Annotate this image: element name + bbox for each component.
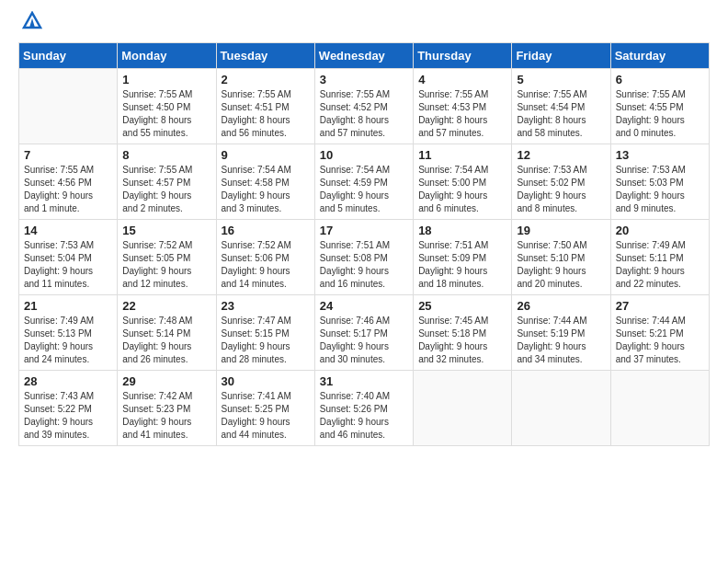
col-header-sunday: Sunday [19, 42, 118, 68]
page: SundayMondayTuesdayWednesdayThursdayFrid… [0, 0, 728, 455]
day-number: 1 [122, 73, 210, 86]
logo [18, 15, 42, 33]
day-cell: 3Sunrise: 7:55 AM Sunset: 4:52 PM Daylig… [314, 68, 413, 144]
day-cell: 25Sunrise: 7:45 AM Sunset: 5:18 PM Dayli… [414, 294, 512, 370]
logo-icon [22, 11, 42, 33]
day-number: 7 [24, 148, 112, 162]
day-number: 25 [418, 299, 506, 313]
day-info: Sunrise: 7:46 AM Sunset: 5:17 PM Dayligh… [320, 315, 408, 366]
day-info: Sunrise: 7:49 AM Sunset: 5:11 PM Dayligh… [616, 239, 704, 291]
day-info: Sunrise: 7:55 AM Sunset: 4:54 PM Dayligh… [517, 88, 605, 140]
day-number: 21 [24, 299, 112, 313]
day-cell: 4Sunrise: 7:55 AM Sunset: 4:53 PM Daylig… [414, 68, 512, 144]
day-cell: 30Sunrise: 7:41 AM Sunset: 5:25 PM Dayli… [216, 370, 314, 445]
day-number: 29 [122, 374, 210, 388]
day-cell: 26Sunrise: 7:44 AM Sunset: 5:19 PM Dayli… [512, 294, 610, 370]
svg-marker-1 [29, 18, 35, 28]
day-cell [610, 370, 709, 445]
col-header-thursday: Thursday [414, 42, 512, 68]
day-number: 28 [24, 374, 112, 388]
day-number: 16 [222, 224, 310, 237]
day-cell [19, 68, 118, 144]
day-info: Sunrise: 7:45 AM Sunset: 5:18 PM Dayligh… [418, 315, 506, 366]
day-info: Sunrise: 7:41 AM Sunset: 5:25 PM Dayligh… [222, 390, 310, 442]
day-info: Sunrise: 7:53 AM Sunset: 5:04 PM Dayligh… [24, 239, 112, 291]
day-number: 26 [517, 299, 605, 313]
col-header-saturday: Saturday [610, 42, 709, 68]
week-row-4: 21Sunrise: 7:49 AM Sunset: 5:13 PM Dayli… [19, 294, 710, 370]
day-info: Sunrise: 7:54 AM Sunset: 4:58 PM Dayligh… [222, 164, 310, 215]
day-number: 5 [517, 73, 605, 86]
day-info: Sunrise: 7:51 AM Sunset: 5:09 PM Dayligh… [418, 239, 506, 291]
day-cell: 1Sunrise: 7:55 AM Sunset: 4:50 PM Daylig… [118, 68, 216, 144]
day-info: Sunrise: 7:55 AM Sunset: 4:52 PM Dayligh… [320, 88, 408, 140]
day-number: 31 [320, 374, 408, 388]
col-header-friday: Friday [512, 42, 610, 68]
day-cell: 15Sunrise: 7:52 AM Sunset: 5:05 PM Dayli… [118, 219, 216, 294]
day-info: Sunrise: 7:55 AM Sunset: 4:57 PM Dayligh… [122, 164, 210, 215]
day-number: 6 [616, 73, 704, 86]
day-cell: 2Sunrise: 7:55 AM Sunset: 4:51 PM Daylig… [216, 68, 314, 144]
day-info: Sunrise: 7:44 AM Sunset: 5:19 PM Dayligh… [517, 315, 605, 366]
day-info: Sunrise: 7:51 AM Sunset: 5:08 PM Dayligh… [320, 239, 408, 291]
day-number: 30 [222, 374, 310, 388]
day-info: Sunrise: 7:52 AM Sunset: 5:05 PM Dayligh… [122, 239, 210, 291]
week-row-3: 14Sunrise: 7:53 AM Sunset: 5:04 PM Dayli… [19, 219, 710, 294]
day-info: Sunrise: 7:49 AM Sunset: 5:13 PM Dayligh… [24, 315, 112, 366]
day-cell: 27Sunrise: 7:44 AM Sunset: 5:21 PM Dayli… [610, 294, 709, 370]
day-cell: 28Sunrise: 7:43 AM Sunset: 5:22 PM Dayli… [19, 370, 118, 445]
day-number: 2 [222, 73, 310, 86]
day-info: Sunrise: 7:53 AM Sunset: 5:03 PM Dayligh… [616, 164, 704, 215]
day-cell: 16Sunrise: 7:52 AM Sunset: 5:06 PM Dayli… [216, 219, 314, 294]
col-header-monday: Monday [118, 42, 216, 68]
day-cell: 31Sunrise: 7:40 AM Sunset: 5:26 PM Dayli… [314, 370, 413, 445]
day-cell: 6Sunrise: 7:55 AM Sunset: 4:55 PM Daylig… [610, 68, 709, 144]
day-number: 12 [517, 148, 605, 162]
day-number: 11 [418, 148, 506, 162]
day-number: 22 [122, 299, 210, 313]
day-cell: 29Sunrise: 7:42 AM Sunset: 5:23 PM Dayli… [118, 370, 216, 445]
day-info: Sunrise: 7:52 AM Sunset: 5:06 PM Dayligh… [222, 239, 310, 291]
day-cell: 13Sunrise: 7:53 AM Sunset: 5:03 PM Dayli… [610, 144, 709, 219]
day-cell: 20Sunrise: 7:49 AM Sunset: 5:11 PM Dayli… [610, 219, 709, 294]
col-header-wednesday: Wednesday [314, 42, 413, 68]
week-row-2: 7Sunrise: 7:55 AM Sunset: 4:56 PM Daylig… [19, 144, 710, 219]
day-number: 4 [418, 73, 506, 86]
day-number: 24 [320, 299, 408, 313]
day-cell: 7Sunrise: 7:55 AM Sunset: 4:56 PM Daylig… [19, 144, 118, 219]
day-cell: 5Sunrise: 7:55 AM Sunset: 4:54 PM Daylig… [512, 68, 610, 144]
day-info: Sunrise: 7:55 AM Sunset: 4:56 PM Dayligh… [24, 164, 112, 215]
day-cell: 21Sunrise: 7:49 AM Sunset: 5:13 PM Dayli… [19, 294, 118, 370]
day-cell: 10Sunrise: 7:54 AM Sunset: 4:59 PM Dayli… [314, 144, 413, 219]
day-info: Sunrise: 7:55 AM Sunset: 4:53 PM Dayligh… [418, 88, 506, 140]
day-number: 17 [320, 224, 408, 237]
day-info: Sunrise: 7:55 AM Sunset: 4:50 PM Dayligh… [122, 88, 210, 140]
day-number: 3 [320, 73, 408, 86]
week-row-1: 1Sunrise: 7:55 AM Sunset: 4:50 PM Daylig… [19, 68, 710, 144]
day-cell: 12Sunrise: 7:53 AM Sunset: 5:02 PM Dayli… [512, 144, 610, 219]
day-cell: 22Sunrise: 7:48 AM Sunset: 5:14 PM Dayli… [118, 294, 216, 370]
day-info: Sunrise: 7:43 AM Sunset: 5:22 PM Dayligh… [24, 390, 112, 442]
day-number: 23 [222, 299, 310, 313]
day-number: 20 [616, 224, 704, 237]
day-info: Sunrise: 7:42 AM Sunset: 5:23 PM Dayligh… [122, 390, 210, 442]
day-number: 9 [222, 148, 310, 162]
day-cell: 17Sunrise: 7:51 AM Sunset: 5:08 PM Dayli… [314, 219, 413, 294]
day-number: 10 [320, 148, 408, 162]
col-header-tuesday: Tuesday [216, 42, 314, 68]
day-number: 15 [122, 224, 210, 237]
day-info: Sunrise: 7:54 AM Sunset: 5:00 PM Dayligh… [418, 164, 506, 215]
header [18, 15, 710, 33]
day-cell: 24Sunrise: 7:46 AM Sunset: 5:17 PM Dayli… [314, 294, 413, 370]
day-number: 8 [122, 148, 210, 162]
day-cell [414, 370, 512, 445]
day-number: 18 [418, 224, 506, 237]
day-number: 27 [616, 299, 704, 313]
day-info: Sunrise: 7:55 AM Sunset: 4:55 PM Dayligh… [616, 88, 704, 140]
day-info: Sunrise: 7:54 AM Sunset: 4:59 PM Dayligh… [320, 164, 408, 215]
day-number: 14 [24, 224, 112, 237]
day-info: Sunrise: 7:48 AM Sunset: 5:14 PM Dayligh… [122, 315, 210, 366]
day-info: Sunrise: 7:55 AM Sunset: 4:51 PM Dayligh… [222, 88, 310, 140]
day-cell: 11Sunrise: 7:54 AM Sunset: 5:00 PM Dayli… [414, 144, 512, 219]
day-cell [512, 370, 610, 445]
